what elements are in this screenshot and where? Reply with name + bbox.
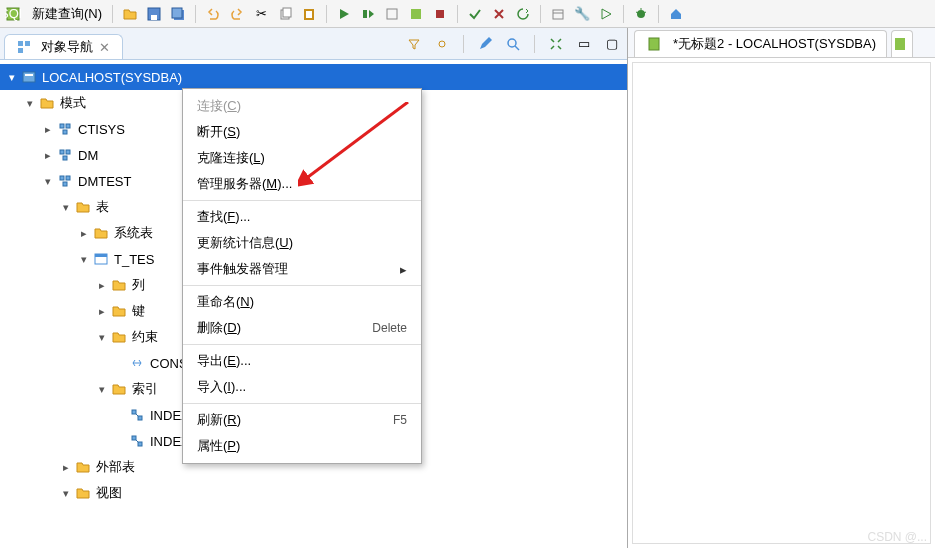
maximize-icon[interactable]: ▢ bbox=[601, 33, 623, 55]
editor-tab[interactable]: *无标题2 - LOCALHOST(SYSDBA) bbox=[634, 30, 887, 57]
svg-text:SQL: SQL bbox=[5, 6, 21, 21]
svg-rect-11 bbox=[387, 9, 397, 19]
sql-editor[interactable] bbox=[632, 62, 931, 544]
constraint-icon bbox=[128, 354, 146, 372]
svg-line-24 bbox=[515, 46, 519, 50]
script-icon[interactable] bbox=[381, 3, 403, 25]
ctx-triggers[interactable]: 事件触发器管理▸ bbox=[183, 256, 421, 282]
tree-views[interactable]: ▾视图 bbox=[0, 480, 627, 506]
svg-rect-28 bbox=[66, 124, 70, 128]
svg-rect-38 bbox=[132, 410, 136, 414]
separator bbox=[183, 344, 421, 345]
separator bbox=[326, 5, 327, 23]
ctx-import[interactable]: 导入(I)... bbox=[183, 374, 421, 400]
nav-tab[interactable]: 对象导航 ✕ bbox=[4, 34, 123, 59]
svg-rect-27 bbox=[60, 124, 64, 128]
link-icon[interactable] bbox=[431, 33, 453, 55]
filter-icon[interactable] bbox=[403, 33, 425, 55]
save-all-icon[interactable] bbox=[167, 3, 189, 25]
calendar-icon[interactable] bbox=[547, 3, 569, 25]
folder-icon bbox=[92, 224, 110, 242]
svg-line-43 bbox=[136, 440, 138, 442]
folder-icon bbox=[110, 328, 128, 346]
ctx-rename[interactable]: 重命名(N) bbox=[183, 289, 421, 315]
stop-icon[interactable] bbox=[429, 3, 451, 25]
new-query-label[interactable]: 新建查询(N) bbox=[28, 5, 106, 23]
svg-rect-42 bbox=[138, 442, 142, 446]
separator bbox=[623, 5, 624, 23]
ctx-refresh[interactable]: 刷新(R)F5 bbox=[183, 407, 421, 433]
editor-tab-partial[interactable] bbox=[891, 30, 913, 57]
play-script-icon[interactable] bbox=[595, 3, 617, 25]
shortcut-label: Delete bbox=[372, 321, 407, 335]
edit-icon[interactable] bbox=[474, 33, 496, 55]
tool-icon[interactable]: 🔧 bbox=[571, 3, 593, 25]
run-icon[interactable] bbox=[333, 3, 355, 25]
svg-rect-35 bbox=[63, 182, 67, 186]
cut-icon[interactable]: ✂ bbox=[250, 3, 272, 25]
expand-icon[interactable] bbox=[545, 33, 567, 55]
separator bbox=[457, 5, 458, 23]
explain-icon[interactable] bbox=[405, 3, 427, 25]
svg-rect-32 bbox=[63, 156, 67, 160]
undo-icon[interactable] bbox=[202, 3, 224, 25]
separator bbox=[183, 200, 421, 201]
step-icon[interactable] bbox=[357, 3, 379, 25]
debug-icon[interactable] bbox=[630, 3, 652, 25]
index-icon bbox=[128, 432, 146, 450]
save-icon[interactable] bbox=[143, 3, 165, 25]
folder-icon bbox=[74, 458, 92, 476]
folder-open-icon[interactable] bbox=[119, 3, 141, 25]
index-icon bbox=[128, 406, 146, 424]
check-icon[interactable] bbox=[464, 3, 486, 25]
sql-file-icon bbox=[893, 35, 907, 53]
search-icon[interactable] bbox=[502, 33, 524, 55]
nav-panel-header: 对象导航 ✕ ▭ ▢ bbox=[0, 28, 627, 60]
ctx-export[interactable]: 导出(E)... bbox=[183, 348, 421, 374]
nav-tab-title: 对象导航 bbox=[41, 38, 93, 56]
refresh-icon[interactable] bbox=[512, 3, 534, 25]
svg-rect-12 bbox=[411, 9, 421, 19]
svg-rect-30 bbox=[60, 150, 64, 154]
ctx-update-stats[interactable]: 更新统计信息(U) bbox=[183, 230, 421, 256]
svg-rect-31 bbox=[66, 150, 70, 154]
ctx-delete[interactable]: 删除(D)Delete bbox=[183, 315, 421, 341]
folder-icon bbox=[74, 484, 92, 502]
ctx-connect[interactable]: 连接(C) bbox=[183, 93, 421, 119]
home-icon[interactable] bbox=[665, 3, 687, 25]
svg-rect-3 bbox=[151, 15, 157, 20]
copy-icon[interactable] bbox=[274, 3, 296, 25]
svg-rect-9 bbox=[306, 11, 312, 18]
ctx-clone[interactable]: 克隆连接(L) bbox=[183, 145, 421, 171]
svg-rect-21 bbox=[25, 41, 30, 46]
folder-icon bbox=[74, 198, 92, 216]
svg-rect-13 bbox=[436, 10, 444, 18]
close-icon[interactable]: ✕ bbox=[97, 40, 112, 55]
editor-tab-bar: *无标题2 - LOCALHOST(SYSDBA) bbox=[628, 28, 935, 58]
ctx-disconnect[interactable]: 断开(S) bbox=[183, 119, 421, 145]
svg-rect-10 bbox=[363, 10, 367, 18]
ctx-properties[interactable]: 属性(P) bbox=[183, 433, 421, 459]
table-icon bbox=[92, 250, 110, 268]
redo-icon[interactable] bbox=[226, 3, 248, 25]
new-query-btn[interactable]: SQL bbox=[4, 3, 26, 25]
schema-icon bbox=[56, 120, 74, 138]
minimize-icon[interactable]: ▭ bbox=[573, 33, 595, 55]
tree-icon bbox=[15, 38, 33, 56]
ctx-find[interactable]: 查找(F)... bbox=[183, 204, 421, 230]
svg-point-23 bbox=[508, 39, 516, 47]
folder-icon bbox=[110, 302, 128, 320]
schema-icon bbox=[56, 172, 74, 190]
separator bbox=[183, 403, 421, 404]
cancel-icon[interactable] bbox=[488, 3, 510, 25]
svg-rect-45 bbox=[895, 38, 905, 50]
paste-icon[interactable] bbox=[298, 3, 320, 25]
collapse-icon[interactable]: ▾ bbox=[4, 71, 20, 84]
svg-rect-22 bbox=[18, 48, 23, 53]
separator bbox=[183, 285, 421, 286]
editor-pane: *无标题2 - LOCALHOST(SYSDBA) bbox=[628, 28, 935, 548]
svg-point-16 bbox=[637, 10, 645, 18]
ctx-manage-server[interactable]: 管理服务器(M)... bbox=[183, 171, 421, 197]
svg-rect-14 bbox=[553, 10, 563, 19]
tree-root[interactable]: ▾ LOCALHOST(SYSDBA) bbox=[0, 64, 627, 90]
